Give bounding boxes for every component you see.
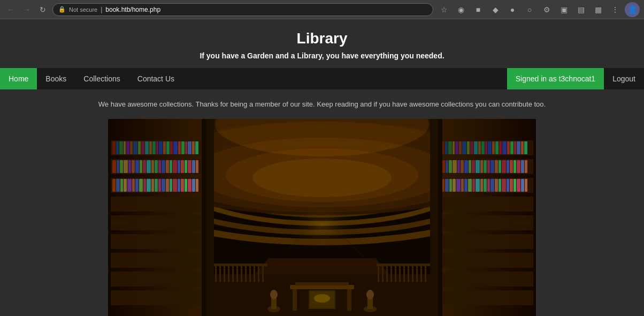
svg-rect-195 [249, 266, 251, 282]
nav-collections[interactable]: Collections [75, 68, 128, 89]
profile-button[interactable]: 👤 [625, 2, 640, 17]
svg-rect-204 [395, 266, 396, 282]
svg-rect-203 [390, 266, 392, 282]
ext3-button[interactable]: ◆ [488, 2, 503, 17]
library-image [108, 119, 536, 316]
svg-rect-200 [378, 266, 379, 282]
main-content: We have awesome collections. Thanks for … [0, 89, 644, 316]
svg-rect-211 [425, 266, 426, 282]
ext5-button[interactable]: ○ [522, 2, 537, 17]
ext6-button[interactable]: ⚙ [539, 2, 554, 17]
page-subtitle: If you have a Garden and a Library, you … [0, 51, 644, 60]
nav-books[interactable]: Books [37, 68, 75, 89]
page-header: Library If you have a Garden and a Libra… [0, 19, 644, 68]
svg-rect-201 [382, 266, 384, 282]
svg-rect-187 [215, 266, 217, 282]
browser-actions: ☆ ◉ ■ ◆ ● ○ ⚙ ▣ ▤ ▦ ⋮ 👤 [436, 2, 640, 17]
svg-rect-208 [412, 266, 413, 282]
svg-rect-193 [241, 266, 242, 282]
svg-point-212 [258, 183, 386, 269]
url-text: book.htb/home.php [105, 6, 160, 13]
logout-button[interactable]: Logout [604, 68, 644, 89]
svg-rect-184 [293, 289, 297, 311]
svg-point-220 [270, 290, 278, 299]
ext4-button[interactable]: ● [505, 2, 520, 17]
library-illustration [108, 119, 536, 316]
svg-rect-209 [416, 266, 418, 282]
svg-rect-186 [214, 264, 267, 266]
svg-rect-183 [295, 282, 349, 285]
svg-point-223 [366, 290, 374, 299]
svg-rect-188 [219, 266, 221, 282]
not-secure-label: Not secure [69, 6, 97, 13]
nav-contact[interactable]: Contact Us [129, 68, 183, 89]
svg-rect-207 [408, 266, 409, 282]
svg-rect-213 [108, 119, 214, 316]
reload-button[interactable]: ↻ [36, 3, 49, 16]
browser-chrome: ← → ↻ 🔒 Not secure | book.htb/home.php ☆… [0, 0, 644, 19]
back-button[interactable]: ← [4, 3, 17, 16]
svg-rect-191 [232, 266, 234, 282]
ext9-button[interactable]: ▦ [591, 2, 605, 17]
svg-rect-196 [254, 266, 255, 282]
svg-rect-182 [290, 285, 354, 289]
bookmark-button[interactable]: ☆ [436, 2, 451, 17]
welcome-text: We have awesome collections. Thanks for … [0, 100, 644, 108]
svg-point-226 [314, 294, 330, 303]
svg-rect-189 [224, 266, 225, 282]
svg-rect-194 [245, 266, 247, 282]
ext8-button[interactable]: ▤ [573, 2, 588, 17]
svg-rect-214 [430, 119, 536, 316]
svg-rect-210 [420, 266, 422, 282]
ext2-button[interactable]: ■ [471, 2, 486, 17]
page-title: Library [0, 30, 644, 47]
address-bar[interactable]: 🔒 Not secure | book.htb/home.php [52, 3, 433, 16]
ext7-button[interactable]: ▣ [556, 2, 571, 17]
svg-rect-185 [347, 289, 351, 311]
svg-rect-206 [403, 266, 405, 282]
lock-icon: 🔒 [58, 6, 66, 13]
signed-in-badge: Signed in as t3chnocat1 [507, 68, 604, 89]
extensions-button[interactable]: ◉ [454, 2, 469, 17]
nav-home[interactable]: Home [0, 68, 37, 89]
forward-button[interactable]: → [20, 3, 33, 16]
svg-rect-205 [399, 266, 401, 282]
svg-rect-192 [236, 266, 238, 282]
svg-rect-199 [377, 264, 430, 266]
address-separator: | [101, 6, 102, 13]
svg-rect-197 [258, 266, 259, 282]
menu-button[interactable]: ⋮ [608, 2, 623, 17]
navbar: Home Books Collections Contact Us Signed… [0, 68, 644, 89]
svg-rect-190 [228, 266, 229, 282]
